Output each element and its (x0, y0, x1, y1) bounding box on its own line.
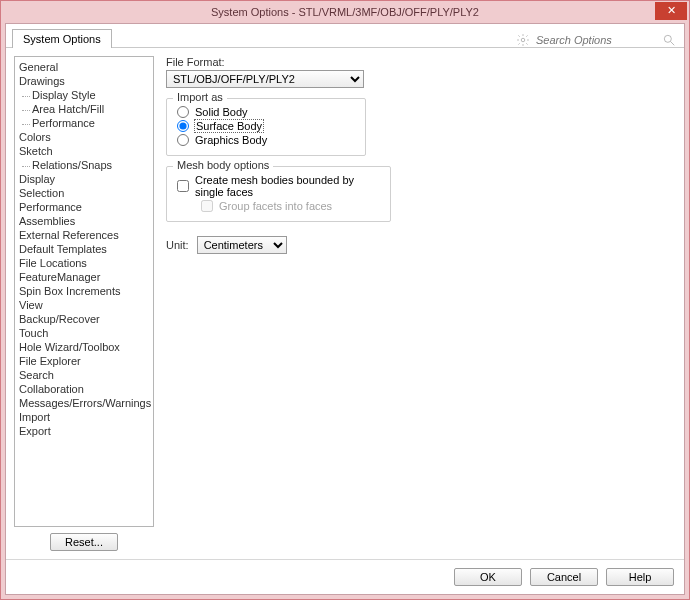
titlebar: System Options - STL/VRML/3MF/OBJ/OFF/PL… (1, 1, 689, 23)
radio-surface-body-row: Surface Body (177, 119, 355, 133)
import-as-legend: Import as (173, 91, 227, 103)
tree-item[interactable]: Relations/Snaps (19, 158, 149, 172)
tree-item[interactable]: Performance (19, 200, 149, 214)
radio-solid-body-row: Solid Body (177, 105, 355, 119)
tree-item[interactable]: Colors (19, 130, 149, 144)
file-format-select[interactable]: STL/OBJ/OFF/PLY/PLY2 (166, 70, 364, 88)
search-input[interactable] (536, 34, 656, 46)
tree-item[interactable]: Export (19, 424, 149, 438)
tree-item[interactable]: External References (19, 228, 149, 242)
tree-item[interactable]: FeatureManager (19, 270, 149, 284)
tree-item[interactable]: Hole Wizard/Toolbox (19, 340, 149, 354)
inner-panel: System Options GeneralDrawingsDisplay St… (5, 23, 685, 595)
svg-point-1 (664, 35, 671, 42)
tree-item[interactable]: Selection (19, 186, 149, 200)
options-window: System Options - STL/VRML/3MF/OBJ/OFF/PL… (0, 0, 690, 600)
import-as-group: Import as Solid Body Surface Body Graphi… (166, 98, 366, 156)
cancel-button[interactable]: Cancel (530, 568, 598, 586)
close-icon: ✕ (667, 4, 676, 16)
window-title: System Options - STL/VRML/3MF/OBJ/OFF/PL… (1, 6, 689, 18)
topbar: System Options (6, 24, 684, 48)
tree-item[interactable]: Messages/Errors/Warnings (19, 396, 149, 410)
radio-surface-body-label: Surface Body (195, 120, 264, 132)
tree-item[interactable]: View (19, 298, 149, 312)
chk-group-facets-label: Group facets into faces (219, 200, 332, 212)
chk-group-facets (201, 200, 213, 212)
radio-graphics-body-row: Graphics Body (177, 133, 355, 147)
radio-surface-body[interactable] (177, 120, 189, 132)
tree-item[interactable]: Display (19, 172, 149, 186)
tree-item[interactable]: Search (19, 368, 149, 382)
tree-item[interactable]: General (19, 60, 149, 74)
search-box (516, 33, 680, 47)
chk-create-mesh-row: Create mesh bodies bounded by single fac… (177, 173, 380, 199)
radio-solid-body-label: Solid Body (195, 106, 248, 118)
radio-graphics-body[interactable] (177, 134, 189, 146)
file-format-label: File Format: (166, 56, 672, 68)
tree-item[interactable]: Backup/Recover (19, 312, 149, 326)
reset-button[interactable]: Reset... (50, 533, 118, 551)
gear-icon (516, 33, 530, 47)
close-button[interactable]: ✕ (655, 2, 687, 20)
mesh-options-group: Mesh body options Create mesh bodies bou… (166, 166, 391, 222)
svg-point-0 (521, 38, 525, 42)
tree-item[interactable]: Touch (19, 326, 149, 340)
footer: OK Cancel Help (6, 559, 684, 594)
chk-group-facets-row: Group facets into faces (177, 199, 380, 213)
chk-create-mesh[interactable] (177, 180, 189, 192)
tree-item[interactable]: File Explorer (19, 354, 149, 368)
tree-item[interactable]: Import (19, 410, 149, 424)
tree-item[interactable]: File Locations (19, 256, 149, 270)
radio-solid-body[interactable] (177, 106, 189, 118)
tree-item[interactable]: Drawings (19, 74, 149, 88)
mesh-options-legend: Mesh body options (173, 159, 273, 171)
content-pane: File Format: STL/OBJ/OFF/PLY/PLY2 Import… (162, 56, 676, 555)
tree-item[interactable]: Default Templates (19, 242, 149, 256)
unit-row: Unit: Centimeters (166, 236, 672, 254)
tree-item[interactable]: Assemblies (19, 214, 149, 228)
tree-item[interactable]: Sketch (19, 144, 149, 158)
tree-item[interactable]: Display Style (19, 88, 149, 102)
help-button[interactable]: Help (606, 568, 674, 586)
tab-system-options[interactable]: System Options (12, 29, 112, 48)
tree-item[interactable]: Collaboration (19, 382, 149, 396)
category-tree[interactable]: GeneralDrawingsDisplay StyleArea Hatch/F… (14, 56, 154, 527)
reset-row: Reset... (14, 527, 154, 555)
radio-graphics-body-label: Graphics Body (195, 134, 267, 146)
tree-item[interactable]: Performance (19, 116, 149, 130)
main-area: GeneralDrawingsDisplay StyleArea Hatch/F… (6, 48, 684, 559)
tree-item[interactable]: Area Hatch/Fill (19, 102, 149, 116)
ok-button[interactable]: OK (454, 568, 522, 586)
svg-line-2 (671, 42, 675, 46)
chk-create-mesh-label: Create mesh bodies bounded by single fac… (195, 174, 380, 198)
unit-select[interactable]: Centimeters (197, 236, 287, 254)
unit-label: Unit: (166, 239, 189, 251)
tree-item[interactable]: Spin Box Increments (19, 284, 149, 298)
search-icon[interactable] (662, 33, 676, 47)
sidebar: GeneralDrawingsDisplay StyleArea Hatch/F… (14, 56, 154, 555)
